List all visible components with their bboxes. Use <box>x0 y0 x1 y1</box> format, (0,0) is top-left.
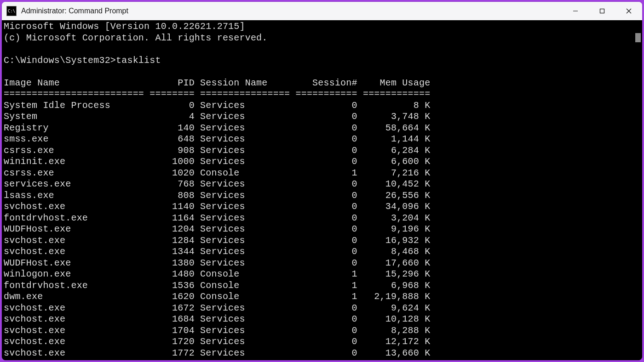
close-icon <box>626 8 632 14</box>
maximize-icon <box>599 8 605 14</box>
close-button[interactable] <box>615 2 642 20</box>
scroll-thumb[interactable] <box>635 33 641 42</box>
minimize-button[interactable] <box>562 2 589 20</box>
terminal-output[interactable]: Microsoft Windows [Version 10.0.22621.27… <box>2 20 634 360</box>
svg-rect-1 <box>600 9 604 13</box>
cmd-app-icon <box>6 6 17 16</box>
terminal-area: Microsoft Windows [Version 10.0.22621.27… <box>2 20 642 360</box>
maximize-button[interactable] <box>589 2 615 20</box>
scrollbar[interactable] <box>634 20 642 360</box>
titlebar[interactable]: Administrator: Command Prompt <box>2 2 642 20</box>
minimize-icon <box>573 8 578 14</box>
command-prompt-window: Administrator: Command Prompt Microsoft … <box>2 2 642 360</box>
window-controls <box>562 2 642 20</box>
window-title: Administrator: Command Prompt <box>21 7 128 15</box>
